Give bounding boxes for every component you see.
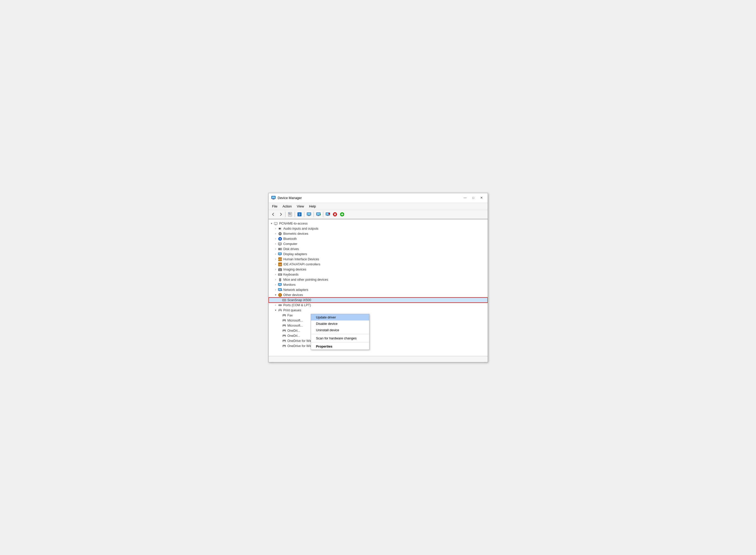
tree-biometric[interactable]: › Biometric devices [269, 231, 488, 236]
tree-disk[interactable]: › Disk drives [269, 247, 488, 252]
imaging-icon [278, 267, 282, 272]
tree-microsoft-1[interactable]: › Microsoft... [269, 318, 488, 323]
device-tree[interactable]: ▾ PCNAME-to-access › [269, 219, 488, 356]
svg-rect-2 [273, 199, 274, 199]
keyboard-expander[interactable]: › [274, 272, 278, 276]
tree-hid[interactable]: › HID Human Interface Devices [269, 257, 488, 262]
print-expander[interactable]: ▾ [274, 308, 278, 312]
tree-keyboard[interactable]: › Keyboards [269, 272, 488, 277]
monitors-expander[interactable]: › [274, 283, 278, 287]
app-icon [271, 196, 276, 200]
display-expander[interactable]: › [274, 252, 278, 256]
title-bar: Device Manager — □ ✕ [269, 193, 488, 203]
tree-fax[interactable]: › Fax [269, 313, 488, 318]
ide-expander[interactable]: › [274, 262, 278, 266]
audio-expander[interactable]: › [274, 226, 278, 231]
root-expander[interactable]: ▾ [270, 221, 274, 225]
svg-rect-3 [272, 199, 275, 200]
svg-rect-96 [283, 326, 285, 327]
root-icon [274, 221, 278, 226]
tree-root[interactable]: ▾ PCNAME-to-access [269, 221, 488, 226]
menu-view[interactable]: View [294, 204, 307, 209]
svg-rect-105 [283, 341, 285, 342]
tree-microsoft-2[interactable]: › Microsoft... [269, 323, 488, 328]
biometric-icon [278, 231, 282, 236]
odw2-icon [282, 344, 286, 348]
properties-button[interactable] [287, 211, 293, 218]
ms2-label: Microsoft... [287, 324, 303, 327]
title-bar-left: Device Manager [271, 196, 302, 200]
svg-rect-69 [279, 286, 280, 286]
tree-print-queues[interactable]: ▾ Print queues [269, 308, 488, 313]
svg-rect-101 [283, 334, 285, 335]
remove-button[interactable] [332, 211, 338, 218]
forward-button[interactable] [277, 211, 284, 218]
tree-network[interactable]: › Network adapters [269, 287, 488, 292]
tree-mice[interactable]: › Mice and other pointing devices [269, 277, 488, 282]
maximize-button[interactable]: □ [470, 195, 477, 201]
svg-rect-12 [307, 213, 311, 215]
tree-onedrive-1[interactable]: › OneDri... [269, 328, 488, 333]
biometric-expander[interactable]: › [274, 232, 278, 236]
svg-rect-60 [280, 274, 281, 274]
menu-help[interactable]: Help [307, 204, 319, 209]
svg-point-66 [279, 278, 281, 280]
scan-button[interactable] [339, 211, 346, 218]
svg-rect-93 [283, 321, 285, 322]
device-manager-window: Device Manager — □ ✕ File Action View He… [268, 193, 488, 362]
bluetooth-label: Bluetooth [283, 237, 297, 241]
svg-point-43 [281, 249, 282, 250]
svg-rect-8 [288, 213, 289, 213]
ctx-update-driver[interactable]: Update driver [311, 314, 369, 321]
tree-scansnap[interactable]: › ScanSnap iX500 [269, 298, 488, 303]
tree-onedrive-win10-2[interactable]: › OneDrive for Windows to... [269, 343, 488, 349]
tree-ports[interactable]: › Ports (COM & LPT) [269, 303, 488, 308]
od1-label: OneDri... [287, 329, 300, 333]
tree-bluetooth[interactable]: › Bluetooth [269, 236, 488, 242]
ms2-icon [282, 323, 286, 328]
tree-audio[interactable]: › Audio inputs and outputs [269, 226, 488, 231]
imaging-expander[interactable]: › [274, 267, 278, 271]
ctx-scan-hardware[interactable]: Scan for hardware changes [311, 335, 369, 341]
svg-rect-35 [279, 228, 280, 229]
hid-expander[interactable]: › [274, 257, 278, 261]
tree-computer[interactable]: › Computer [269, 242, 488, 247]
tree-imaging[interactable]: › Imaging devices [269, 267, 488, 272]
tree-other-devices[interactable]: ▾ ! Other devices [269, 292, 488, 298]
svg-rect-54 [279, 268, 281, 269]
uninstall-button[interactable] [324, 211, 331, 218]
tree-onedrive-2[interactable]: › OneDri... [269, 333, 488, 338]
toolbar: ? [269, 210, 488, 219]
ctx-uninstall-device[interactable]: Uninstall device [311, 327, 369, 333]
monitor-button-2[interactable] [315, 211, 322, 218]
svg-point-84 [281, 305, 281, 305]
other-expander[interactable]: ▾ [274, 293, 278, 297]
menu-file[interactable]: File [270, 204, 280, 209]
tree-monitors[interactable]: › Monitors [269, 282, 488, 287]
ports-label: Ports (COM & LPT) [283, 303, 311, 307]
menu-action[interactable]: Action [280, 204, 294, 209]
bluetooth-expander[interactable]: › [274, 237, 278, 241]
tree-onedrive-win10-1[interactable]: › OneDrive for Windows to... [269, 338, 488, 343]
svg-rect-39 [278, 243, 281, 245]
od2-icon [282, 334, 286, 338]
svg-rect-32 [274, 222, 277, 224]
monitor-button-1[interactable] [306, 211, 312, 218]
help-button[interactable]: ? [296, 211, 303, 218]
close-button[interactable]: ✕ [478, 195, 485, 201]
ctx-properties[interactable]: Properties [311, 343, 369, 350]
ctx-disable-device[interactable]: Disable device [311, 321, 369, 327]
print-icon [278, 308, 282, 312]
computer-expander[interactable]: › [274, 242, 278, 246]
svg-rect-16 [317, 213, 320, 215]
tree-ide[interactable]: › IDE IDE ATA/ATAPI controllers [269, 262, 488, 267]
mice-expander[interactable]: › [274, 278, 278, 282]
network-expander[interactable]: › [274, 288, 278, 292]
svg-text:HID: HID [278, 258, 282, 261]
mice-label: Mice and other pointing devices [283, 278, 328, 282]
ports-expander[interactable]: › [274, 303, 278, 307]
minimize-button[interactable]: — [462, 195, 469, 201]
tree-display[interactable]: › Display adapters [269, 252, 488, 257]
disk-expander[interactable]: › [274, 247, 278, 251]
back-button[interactable] [270, 211, 277, 218]
